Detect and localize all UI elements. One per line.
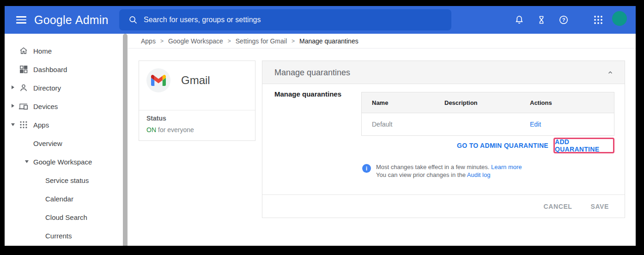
logo-google-text: Google — [34, 13, 72, 27]
card-divider — [139, 110, 255, 110]
sidebar-item-apps[interactable]: Apps — [5, 115, 122, 134]
collapse-caret-icon[interactable] — [25, 160, 29, 163]
column-header-actions: Actions — [530, 99, 614, 106]
account-avatar[interactable] — [612, 11, 627, 26]
expand-caret-icon[interactable] — [12, 104, 14, 108]
person-icon — [18, 83, 29, 93]
menu-icon[interactable] — [16, 15, 27, 25]
sidebar-item-label: Overview — [33, 134, 62, 152]
breadcrumb-settings-for-gmail[interactable]: Settings for Gmail — [236, 37, 287, 45]
chevron-up-icon[interactable] — [607, 69, 614, 76]
edit-link[interactable]: Edit — [530, 121, 541, 128]
breadcrumb-google-workspace[interactable]: Google Workspace — [168, 37, 223, 45]
status-suffix: for everyone — [158, 126, 194, 134]
tasks-hourglass-icon[interactable] — [536, 14, 547, 25]
quarantine-actions-row: GO TO ADMIN QUARANTINE ADD QUARANTINE — [457, 138, 614, 153]
dashboard-icon — [18, 64, 29, 74]
sidebar-item-label: Service status — [45, 171, 89, 189]
breadcrumb-separator: > — [228, 38, 231, 44]
sidebar-item-label: Cloud Search — [45, 208, 87, 226]
sidebar-item-label: Calendar — [45, 189, 73, 208]
note-line1-text: Most changes take effect in a few minute… — [376, 164, 491, 170]
logo-admin-text: Admin — [75, 13, 109, 27]
breadcrumb-separator: > — [160, 38, 164, 44]
home-icon — [18, 46, 29, 56]
quarantine-name-cell: Default — [372, 121, 444, 128]
breadcrumb-separator: > — [292, 38, 295, 44]
sidebar-item-label: Apps — [33, 115, 49, 134]
quarantines-table: Name Description Actions Default Edit — [361, 92, 614, 136]
apps-grid-icon[interactable] — [593, 14, 604, 25]
gmail-card-title: Gmail — [181, 74, 210, 87]
sidebar-item-overview[interactable]: Overview — [5, 134, 122, 152]
status-label: Status — [146, 115, 166, 122]
table-row: Default Edit — [362, 113, 614, 135]
sidebar-item-service-status[interactable]: Service status — [5, 171, 122, 189]
column-header-description: Description — [444, 99, 530, 106]
svg-text:?: ? — [562, 17, 565, 23]
sidebar-item-directory[interactable]: Directory — [5, 79, 122, 97]
sidebar-item-label: Currents — [45, 226, 72, 245]
sidebar-item-label: Directory — [33, 79, 61, 97]
breadcrumb: Apps > Google Workspace > Settings for G… — [128, 34, 636, 49]
app-bar: Google Admin ? — [5, 6, 636, 34]
sidebar-item-home[interactable]: Home — [5, 42, 122, 60]
sidebar-item-currents[interactable]: Currents — [5, 226, 122, 245]
cancel-button[interactable]: CANCEL — [544, 203, 572, 210]
notifications-bell-icon[interactable] — [514, 14, 525, 25]
main-content: Apps > Google Workspace > Settings for G… — [128, 34, 636, 246]
google-admin-logo: Google Admin — [34, 6, 109, 34]
annotation-highlight-box: ADD QUARANTINE — [553, 138, 614, 153]
manage-quarantines-panel: Manage quarantines Manage quarantines Na… — [262, 61, 625, 218]
sidebar-item-label: Google Workspace — [33, 152, 92, 171]
status-value: ONfor everyone — [146, 126, 194, 134]
sidebar-item-cloud-search[interactable]: Cloud Search — [5, 208, 122, 226]
sidebar-item-calendar[interactable]: Calendar — [5, 189, 122, 208]
breadcrumb-apps[interactable]: Apps — [141, 37, 156, 45]
info-note: i Most changes take effect in a few minu… — [362, 163, 522, 179]
apps-dots-icon — [18, 120, 29, 130]
gmail-status-card: Gmail Status ONfor everyone — [139, 61, 255, 141]
add-quarantine-button[interactable]: ADD QUARANTINE — [555, 138, 613, 153]
gmail-logo-icon — [146, 68, 170, 92]
panel-title: Manage quarantines — [274, 61, 350, 84]
help-icon[interactable]: ? — [558, 14, 569, 25]
sidebar-item-google-workspace[interactable]: Google Workspace — [5, 152, 122, 171]
expand-caret-icon[interactable] — [12, 85, 14, 89]
learn-more-link[interactable]: Learn more — [491, 164, 522, 170]
collapse-caret-icon[interactable] — [11, 123, 15, 126]
audit-log-link[interactable]: Audit log — [467, 171, 491, 178]
panel-header[interactable]: Manage quarantines — [262, 61, 625, 84]
sidebar-item-dashboard[interactable]: Dashboard — [5, 60, 122, 79]
sidebar-item-label: Dashboard — [33, 60, 67, 79]
info-icon: i — [362, 164, 371, 173]
admin-console-window: Google Admin ? — [5, 6, 636, 246]
go-to-admin-quarantine-button[interactable]: GO TO ADMIN QUARANTINE — [457, 142, 548, 149]
sidebar-item-label: Devices — [33, 97, 58, 115]
search-bar[interactable] — [119, 9, 451, 30]
save-button[interactable]: SAVE — [591, 203, 609, 210]
search-input[interactable] — [144, 16, 451, 24]
sidebar-scrollbar[interactable] — [123, 34, 128, 246]
sidebar-nav: Home Dashboard Directory — [5, 34, 128, 246]
status-on-badge: ON — [146, 126, 156, 134]
breadcrumb-current: Manage quarantines — [299, 37, 358, 45]
panel-footer: CANCEL SAVE — [262, 195, 625, 218]
note-line2-text: You can view prior changes in the — [376, 171, 467, 178]
column-header-name: Name — [372, 99, 444, 106]
table-header-row: Name Description Actions — [362, 92, 614, 113]
sidebar-item-label: Home — [33, 42, 52, 60]
search-icon — [128, 15, 138, 25]
sidebar-item-devices[interactable]: Devices — [5, 97, 122, 115]
devices-icon — [18, 101, 29, 111]
section-label: Manage quarantines — [274, 90, 341, 98]
